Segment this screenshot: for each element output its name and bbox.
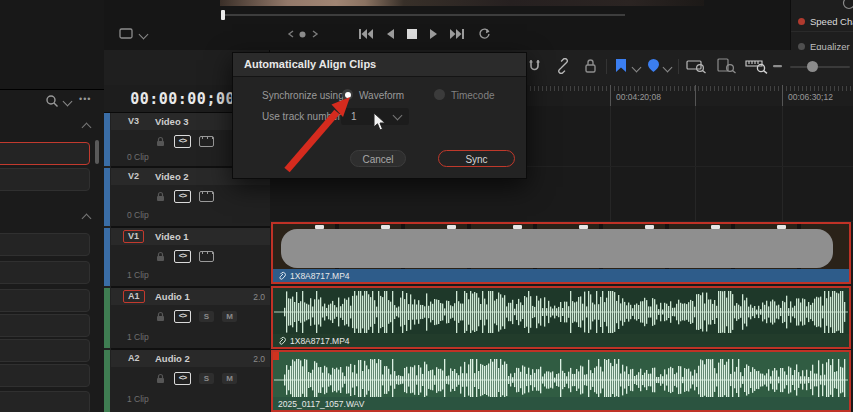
timecode-radio[interactable] xyxy=(434,89,445,100)
clip-label-bar: 1X8A8717.MP4 xyxy=(273,334,849,347)
viewer-scrubber[interactable] xyxy=(221,14,625,16)
track-name: Audio 2 xyxy=(155,353,190,364)
waveform-radio[interactable] xyxy=(342,89,353,100)
media-item[interactable] xyxy=(0,233,90,256)
sidebar-toolbar: ••• xyxy=(0,92,104,113)
timecode-display: 00:00:00;00 xyxy=(130,90,235,108)
track-badge[interactable]: V1 xyxy=(123,230,144,243)
effect-row-equalizer[interactable]: Equalizer xyxy=(791,36,853,50)
clip-label-bar: 1X8A8717.MP4 xyxy=(273,269,849,282)
zoom-detail-icon[interactable] xyxy=(716,58,738,74)
timecode-radio-label[interactable]: Timecode xyxy=(451,90,495,101)
track-header-v1[interactable]: V1 Video 1 <> 1 Clip xyxy=(111,228,270,288)
step-back-icon[interactable] xyxy=(386,29,395,39)
media-item[interactable] xyxy=(0,364,90,387)
track-number-dropdown[interactable]: 1 xyxy=(341,108,409,125)
media-item[interactable] xyxy=(0,168,90,191)
more-options-icon[interactable]: ••• xyxy=(79,94,91,104)
auto-select-icon[interactable]: <> xyxy=(174,310,191,323)
auto-select-icon[interactable]: <> xyxy=(174,135,191,148)
auto-align-clips-dialog: Automatically Align Clips Synchronize us… xyxy=(232,52,527,179)
ruler-major-tick xyxy=(610,85,611,106)
track-header-a1[interactable]: A1 Audio 1 2.0 <> S M 1 Clip xyxy=(111,288,270,350)
knob-icon xyxy=(842,0,853,10)
clip-name: 1X8A8717.MP4 xyxy=(290,271,350,281)
track-lock-icon[interactable] xyxy=(155,136,166,147)
track-badge[interactable]: V2 xyxy=(123,170,144,183)
zoom-custom-icon[interactable] xyxy=(745,58,769,74)
zoom-full-extent-icon[interactable] xyxy=(686,58,708,74)
dropdown-chevron-icon xyxy=(393,111,403,121)
flag-icon[interactable] xyxy=(615,58,627,73)
media-item[interactable] xyxy=(0,391,90,412)
media-item[interactable] xyxy=(0,314,90,337)
linked-selection-icon[interactable] xyxy=(555,58,571,74)
position-lock-icon[interactable] xyxy=(583,58,598,74)
media-item[interactable] xyxy=(0,289,90,312)
track-lock-icon[interactable] xyxy=(155,373,166,384)
ruler-major-tick xyxy=(782,85,783,106)
stop-icon[interactable] xyxy=(407,29,417,39)
marker-icon[interactable] xyxy=(647,58,660,73)
next-keyframe-icon[interactable] xyxy=(311,30,319,38)
goto-first-frame-icon[interactable] xyxy=(358,29,374,39)
audio-clip-2025_0117_1057[interactable]: 2025_0117_1057.WAV xyxy=(271,350,851,412)
section-collapse-icon[interactable] xyxy=(82,123,92,133)
zoom-slider[interactable] xyxy=(790,66,850,68)
cancel-button[interactable]: Cancel xyxy=(350,150,406,167)
track-channels: 2.0 xyxy=(253,354,265,364)
solo-button[interactable]: S xyxy=(199,373,214,384)
dialog-title: Automatically Align Clips xyxy=(244,58,376,70)
mute-button[interactable]: M xyxy=(222,373,237,384)
auto-select-icon[interactable]: <> xyxy=(174,190,191,203)
track-badge[interactable]: A2 xyxy=(123,352,145,365)
track-header-a2[interactable]: A2 Audio 2 2.0 <> S M 1 Clip xyxy=(111,350,270,412)
auto-select-icon[interactable]: <> xyxy=(174,250,191,263)
track-lock-icon[interactable] xyxy=(155,251,166,262)
prev-keyframe-icon[interactable] xyxy=(287,30,295,38)
auto-select-icon[interactable]: <> xyxy=(174,372,191,385)
goto-last-frame-icon[interactable] xyxy=(449,29,465,39)
toolbar-divider xyxy=(678,59,679,74)
media-item[interactable] xyxy=(0,339,90,362)
video-clip-1X8A8717[interactable]: 1X8A8717.MP4 xyxy=(271,222,851,284)
effect-row-speed-change[interactable]: Speed Cha xyxy=(791,11,853,32)
track-badge[interactable]: V3 xyxy=(123,115,144,128)
media-item[interactable] xyxy=(0,261,90,284)
viewer-playhead[interactable] xyxy=(221,10,225,20)
effect-label: Speed Cha xyxy=(810,16,853,27)
speed-change-dot-icon xyxy=(798,18,805,25)
track-color-stripe-a1 xyxy=(104,288,110,348)
track-color-stripe-a2 xyxy=(104,350,110,412)
transform-tool-icon[interactable] xyxy=(118,27,134,40)
media-item-selected[interactable] xyxy=(0,142,90,165)
mute-button[interactable]: M xyxy=(222,311,237,322)
film-frame-icon[interactable] xyxy=(199,191,214,202)
section-collapse-icon[interactable] xyxy=(82,214,92,224)
play-icon[interactable] xyxy=(429,29,438,39)
track-badge[interactable]: A1 xyxy=(123,290,145,303)
film-frame-icon[interactable] xyxy=(199,251,214,262)
loop-icon[interactable] xyxy=(478,28,491,40)
track-color-stripe-v3 xyxy=(104,113,110,166)
search-chevron-down-icon[interactable] xyxy=(63,97,73,107)
audio-waveform xyxy=(274,358,848,402)
sync-button[interactable]: Sync xyxy=(438,150,515,167)
snapping-magnet-icon[interactable] xyxy=(527,58,542,74)
zoom-slider-thumb[interactable] xyxy=(807,61,818,72)
track-lock-icon[interactable] xyxy=(155,311,166,322)
film-frame-icon[interactable] xyxy=(199,136,214,147)
track-lock-icon[interactable] xyxy=(155,191,166,202)
clip-name: 2025_0117_1057.WAV xyxy=(278,399,364,409)
track-number-value: 1 xyxy=(351,111,357,122)
audio-clip-1X8A8717[interactable]: 1X8A8717.MP4 xyxy=(271,286,851,349)
solo-button[interactable]: S xyxy=(199,311,214,322)
search-icon[interactable] xyxy=(45,94,59,108)
sidebar-scrollbar[interactable] xyxy=(95,140,99,164)
waveform-radio-label[interactable]: Waveform xyxy=(359,90,404,101)
keyframe-dot-icon[interactable] xyxy=(299,31,306,38)
transform-tool-chevron-icon[interactable] xyxy=(139,30,149,40)
zoom-out-minus-icon[interactable] xyxy=(773,65,782,68)
dialog-title-bar[interactable]: Automatically Align Clips xyxy=(233,53,526,77)
sidebar-top-spacer xyxy=(0,0,104,90)
